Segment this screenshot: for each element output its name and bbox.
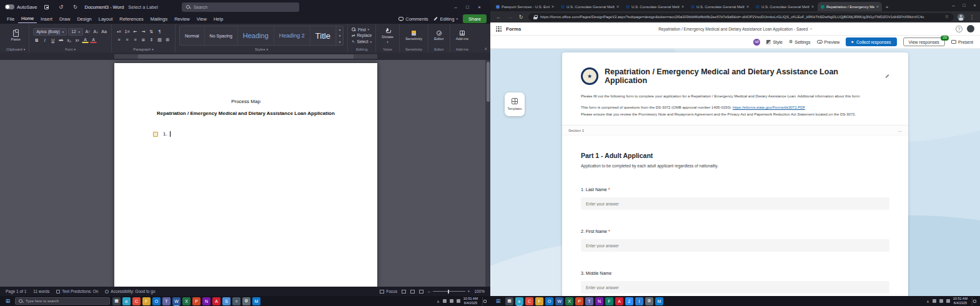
bullet-list-button[interactable]: •≡ [116,28,122,35]
maximize-button[interactable]: □ [959,0,969,11]
settings-app-icon[interactable]: ⚙ [645,297,653,305]
snipping-tool-app-icon[interactable]: S [222,297,230,305]
dictate-button[interactable]: Dictate ▾ [380,28,395,44]
gallery-more-button[interactable]: ▾ [337,39,343,45]
app-launcher-icon[interactable] [496,26,502,32]
close-button[interactable]: × [473,1,485,12]
calculator-app-icon[interactable]: = [232,297,240,305]
menu-review[interactable]: Review [171,15,193,23]
answer-input[interactable] [581,239,889,252]
autosave-toggle[interactable]: AutoSave [5,4,37,10]
menu-home[interactable]: Home [18,14,37,23]
forms-doc-title[interactable]: Repatriation / Emergency Medical and Die… [658,27,812,31]
browser-tab[interactable]: U.S. Consulate General Melbourne × [753,2,817,11]
acrobat-app-icon[interactable]: A [615,297,623,305]
forms-app-name[interactable]: Forms [506,26,521,32]
onedrive-icon[interactable] [933,299,936,303]
grow-font-button[interactable]: A↑ [84,28,91,35]
collapse-ribbon-icon[interactable]: ∧ [485,46,487,51]
font-size-select[interactable]: 12▾ [68,28,83,36]
tray-expand-icon[interactable]: ∧ [926,299,929,304]
tab-close-icon[interactable]: × [681,4,684,9]
decrease-indent-button[interactable]: ⇤ [132,28,139,35]
form-title-row[interactable]: ★ Repatriation / Emergency Medical and D… [581,67,889,85]
font-color-button[interactable]: A [90,37,97,43]
close-button[interactable]: × [969,0,980,11]
style-no-spacing[interactable]: No Spacing [205,26,238,45]
volume-icon[interactable] [946,299,950,303]
onedrive-icon[interactable] [443,299,447,303]
preview-button[interactable]: Preview [817,40,840,44]
menu-draw[interactable]: Draw [56,15,74,23]
outlook-app-icon[interactable]: O [152,297,161,305]
find-button[interactable]: Find▾ [352,27,372,32]
browser-tab[interactable]: U.S. Consulate General Melbourne × [558,2,622,11]
taskbar-clock[interactable]: 10:51 AM 6/4/2025 [953,297,968,305]
browser-tab-active[interactable]: Repatriation / Emergency Medical and Die… [818,2,882,11]
forms-app-icon[interactable]: F [605,297,613,305]
address-bar[interactable]: https://forms.office.com/Pages/DesignPag… [528,13,954,21]
word-count[interactable]: 11 words [33,289,49,294]
zoom-track[interactable] [433,291,465,292]
page-indicator[interactable]: Page 1 of 1 [6,289,26,294]
settings-app-icon[interactable]: ⚙ [242,297,250,305]
menu-layout[interactable]: Layout [96,15,116,23]
tab-close-icon[interactable]: × [811,4,814,9]
excel-app-icon[interactable]: X [565,297,573,305]
addins-button[interactable]: Add-ins [454,31,470,41]
url-text[interactable]: https://forms.office.com/Pages/DesignPag… [540,15,942,19]
tab-close-icon[interactable]: × [876,4,879,9]
photos-app-icon[interactable]: I [635,297,643,305]
zoom-in-icon[interactable]: + [468,289,470,294]
clipboard-group-label[interactable]: Clipboard▾ [6,46,25,52]
taskbar-clock[interactable]: 10:51 AM 6/4/2025 [463,297,478,305]
zoom-level[interactable]: 100% [474,289,485,294]
align-right-button[interactable]: ≡ [132,36,139,43]
menu-mailings[interactable]: Mailings [147,15,171,23]
numbered-list-button[interactable]: 1≡ [124,28,131,35]
menu-file[interactable]: File [4,15,17,23]
taskbar-search-input[interactable] [26,299,101,303]
style-heading-2[interactable]: Heading 2 [274,26,310,45]
menu-help[interactable]: Help [210,15,226,23]
comments-button[interactable]: Comments [398,16,428,22]
excel-app-icon[interactable]: X [182,297,191,305]
autocorrect-options-icon[interactable] [153,132,158,137]
document-scrollbar[interactable] [485,60,490,287]
style-normal[interactable]: Normal [180,26,205,45]
menu-insert[interactable]: Insert [37,15,56,23]
section-options-icon[interactable]: … [898,128,902,132]
zoom-knob[interactable] [448,290,449,294]
task-view-button[interactable]: ▦ [505,297,513,305]
shading-button[interactable]: ▧ [156,36,163,43]
start-button[interactable]: ⊞ [3,297,12,305]
save-button[interactable] [42,2,52,11]
paste-button[interactable]: Paste [9,29,21,42]
presence-avatar[interactable]: NP [753,39,760,46]
align-center-button[interactable]: ≡ [124,36,131,43]
collect-responses-button[interactable]: ▸ Collect responses [846,37,896,46]
view-responses-button[interactable]: View responses 150 [903,37,945,46]
strikethrough-button[interactable]: ab [57,37,64,44]
answer-input[interactable] [581,197,889,210]
justify-button[interactable]: ≣ [140,36,147,43]
print-layout-icon[interactable] [410,290,415,294]
acrobat-app-icon[interactable]: A [212,297,220,305]
browser-menu-icon[interactable]: ⋮ [968,14,976,20]
tab-close-icon[interactable]: × [746,4,749,9]
tab-close-icon[interactable]: × [616,4,619,9]
forward-button[interactable]: → [506,14,513,20]
minimize-button[interactable]: – [450,1,462,12]
superscript-button[interactable]: x² [74,37,81,44]
answer-input[interactable] [581,281,889,294]
sort-button[interactable]: ⇅ [148,28,155,35]
select-button[interactable]: ↖Select▾ [352,39,372,44]
file-explorer-app-icon[interactable]: F [535,297,543,305]
subscript-button[interactable]: x₂ [66,37,72,44]
text-predictions-status[interactable]: Text Predictions: On [56,289,98,294]
replace-button[interactable]: ⇄Replace [352,33,372,38]
edit-title-icon[interactable] [884,74,889,79]
word-app-icon[interactable]: W [555,297,563,305]
question-block[interactable]: 1. Last Name* [581,187,889,210]
word-app-icon[interactable]: W [172,297,181,305]
